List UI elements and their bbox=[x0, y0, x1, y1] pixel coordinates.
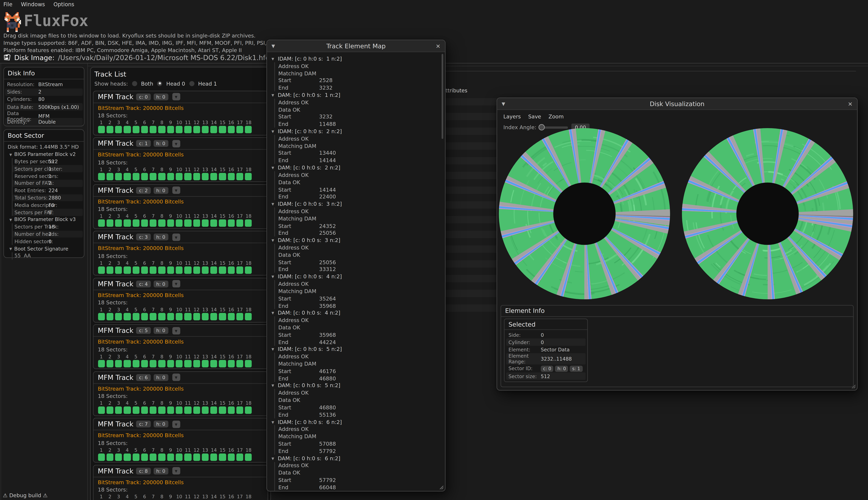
sector-status-cell[interactable] bbox=[245, 219, 252, 227]
sector-status-cell[interactable] bbox=[167, 266, 174, 273]
sector-status-cell[interactable] bbox=[176, 313, 183, 320]
element-tree-header[interactable]: ▼IDAM: [c: 0 h:0 s: 1 n:2] bbox=[272, 55, 441, 62]
track-element-map-titlebar[interactable]: ▼ Track Element Map ✕ bbox=[267, 40, 445, 52]
sector-status-cell[interactable] bbox=[98, 219, 105, 227]
track-card-header[interactable]: MFM Trackc: 5h: 0▼ bbox=[93, 325, 267, 337]
sector-status-cell[interactable] bbox=[228, 453, 235, 461]
sector-status-cell[interactable] bbox=[150, 313, 157, 320]
sector-status-cell[interactable] bbox=[219, 407, 226, 414]
sector-status-cell[interactable] bbox=[106, 173, 113, 180]
sector-status-cell[interactable] bbox=[98, 453, 105, 461]
sector-status-cell[interactable] bbox=[237, 219, 243, 227]
sector-status-cell[interactable] bbox=[237, 126, 243, 133]
sector-status-cell[interactable] bbox=[202, 173, 209, 180]
collapse-icon[interactable]: ▼ bbox=[272, 347, 275, 351]
sector-status-cell[interactable] bbox=[141, 266, 148, 273]
sector-status-cell[interactable] bbox=[133, 173, 139, 180]
resize-grip[interactable] bbox=[850, 383, 856, 389]
sector-status-cell[interactable] bbox=[202, 360, 209, 367]
sector-status-cell[interactable] bbox=[245, 453, 252, 461]
collapse-icon[interactable]: ▼ bbox=[9, 247, 12, 251]
disk-surface-head1[interactable] bbox=[681, 127, 854, 300]
sector-status-cell[interactable] bbox=[106, 126, 113, 133]
menu-item[interactable]: Windows bbox=[21, 1, 45, 8]
sector-status-cell[interactable] bbox=[228, 173, 235, 180]
sector-status-cell[interactable] bbox=[150, 126, 157, 133]
collapse-icon[interactable]: ▼ bbox=[9, 152, 12, 156]
sector-status-cell[interactable] bbox=[124, 453, 131, 461]
sector-status-cell[interactable] bbox=[184, 219, 191, 227]
viz-menu-item[interactable]: Zoom bbox=[548, 113, 564, 120]
sector-status-cell[interactable] bbox=[176, 453, 183, 461]
sector-status-cell[interactable] bbox=[167, 173, 174, 180]
scrollbar-thumb[interactable] bbox=[442, 54, 443, 139]
track-card-header[interactable]: MFM Trackc: 3h: 0▼ bbox=[93, 231, 267, 243]
sector-status-cell[interactable] bbox=[124, 407, 131, 414]
track-card-header[interactable]: MFM Trackc: 2h: 0▼ bbox=[93, 184, 267, 196]
sector-status-cell[interactable] bbox=[210, 219, 217, 227]
sector-status-cell[interactable] bbox=[237, 313, 243, 320]
sector-status-cell[interactable] bbox=[141, 219, 148, 227]
tree-group-header[interactable]: ▼BIOS Parameter Block v3 bbox=[5, 216, 82, 223]
sector-status-cell[interactable] bbox=[167, 407, 174, 414]
sector-status-cell[interactable] bbox=[237, 173, 243, 180]
radio-head-option[interactable] bbox=[157, 81, 162, 86]
menu-item[interactable]: Options bbox=[54, 1, 74, 8]
sector-status-cell[interactable] bbox=[228, 219, 235, 227]
track-card-header[interactable]: MFM Trackc: 6h: 0▼ bbox=[93, 372, 267, 384]
sector-status-cell[interactable] bbox=[115, 219, 122, 227]
sector-status-cell[interactable] bbox=[141, 360, 148, 367]
sector-status-cell[interactable] bbox=[237, 453, 243, 461]
collapse-icon[interactable]: ▼ bbox=[272, 274, 275, 279]
track-dropdown-button[interactable]: ▼ bbox=[172, 280, 180, 287]
track-card-header[interactable]: MFM Trackc: 8h: 0▼ bbox=[93, 465, 267, 477]
sector-status-cell[interactable] bbox=[141, 453, 148, 461]
sector-status-cell[interactable] bbox=[237, 360, 243, 367]
sector-status-cell[interactable] bbox=[193, 219, 200, 227]
sector-status-cell[interactable] bbox=[202, 266, 209, 273]
sector-status-cell[interactable] bbox=[106, 219, 113, 227]
viz-menu-item[interactable]: Layers bbox=[503, 113, 521, 120]
tree-group-header[interactable]: ▼Boot Sector Signature bbox=[5, 245, 82, 252]
sector-status-cell[interactable] bbox=[159, 407, 165, 414]
sector-status-cell[interactable] bbox=[124, 173, 131, 180]
sector-status-cell[interactable] bbox=[202, 219, 209, 227]
collapse-icon[interactable]: ▼ bbox=[272, 202, 275, 206]
sector-status-cell[interactable] bbox=[219, 126, 226, 133]
sector-status-cell[interactable] bbox=[176, 173, 183, 180]
sector-status-cell[interactable] bbox=[167, 360, 174, 367]
sector-status-cell[interactable] bbox=[98, 126, 105, 133]
sector-status-cell[interactable] bbox=[150, 266, 157, 273]
sector-status-cell[interactable] bbox=[167, 219, 174, 227]
sector-status-cell[interactable] bbox=[228, 313, 235, 320]
sector-status-cell[interactable] bbox=[176, 266, 183, 273]
sector-status-cell[interactable] bbox=[133, 313, 139, 320]
sector-status-cell[interactable] bbox=[176, 360, 183, 367]
track-dropdown-button[interactable]: ▼ bbox=[172, 233, 180, 241]
sector-status-cell[interactable] bbox=[98, 266, 105, 273]
close-icon[interactable]: ✕ bbox=[845, 101, 853, 107]
sector-status-cell[interactable] bbox=[133, 126, 139, 133]
sector-status-cell[interactable] bbox=[98, 173, 105, 180]
disk-visualization-window[interactable]: ▼ Disk Visualization ✕ LayersSaveZoom In… bbox=[496, 98, 858, 391]
sector-status-cell[interactable] bbox=[159, 453, 165, 461]
sector-status-cell[interactable] bbox=[150, 407, 157, 414]
collapse-icon[interactable]: ▼ bbox=[272, 166, 275, 170]
sector-status-cell[interactable] bbox=[106, 266, 113, 273]
sector-status-cell[interactable] bbox=[202, 407, 209, 414]
sector-status-cell[interactable] bbox=[176, 407, 183, 414]
sector-status-cell[interactable] bbox=[219, 360, 226, 367]
menu-item[interactable]: File bbox=[3, 1, 12, 8]
resize-grip[interactable] bbox=[438, 484, 444, 490]
sector-status-cell[interactable] bbox=[159, 219, 165, 227]
element-tree-header[interactable]: ▼IDAM: [c: 0 h:0 s: 5 n:2] bbox=[272, 345, 441, 353]
sector-status-cell[interactable] bbox=[210, 407, 217, 414]
collapse-icon[interactable]: ▼ bbox=[272, 43, 279, 48]
sector-status-cell[interactable] bbox=[219, 173, 226, 180]
track-element-map-window[interactable]: ▼ Track Element Map ✕ ▼IDAM: [c: 0 h:0 s… bbox=[266, 40, 446, 491]
sector-status-cell[interactable] bbox=[115, 453, 122, 461]
sector-status-cell[interactable] bbox=[193, 173, 200, 180]
element-tree-header[interactable]: ▼IDAM: [c: 0 h:0 s: 2 n:2] bbox=[272, 128, 441, 135]
sector-status-cell[interactable] bbox=[176, 126, 183, 133]
collapse-icon[interactable]: ▼ bbox=[272, 311, 275, 315]
